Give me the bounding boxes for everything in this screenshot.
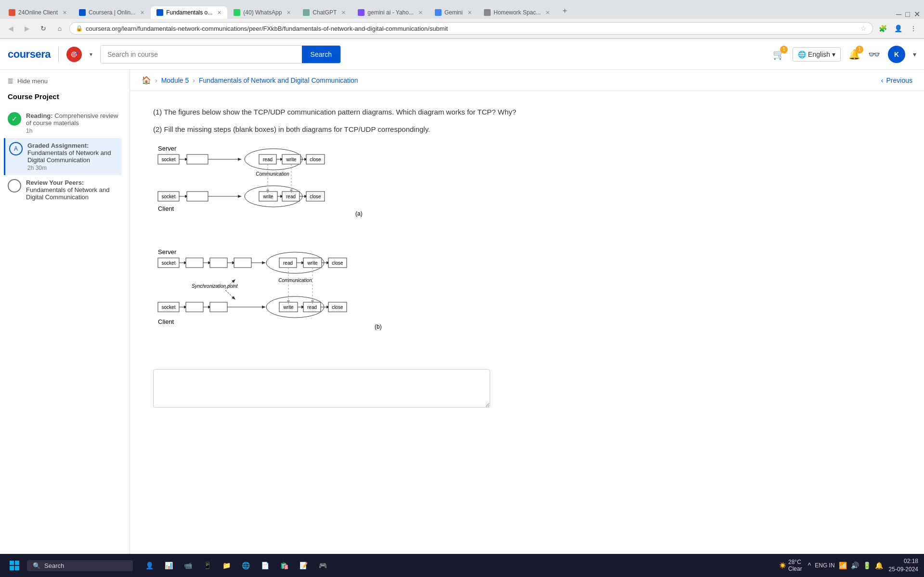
taskbar-folder-app[interactable]: 📁 <box>218 557 235 574</box>
sidebar-item-graded[interactable]: A Graded Assignment: Fundamentals of Net… <box>4 138 122 175</box>
graded-icon-letter: A <box>14 145 18 152</box>
user-avatar[interactable]: K <box>888 46 905 63</box>
tab-8[interactable]: Homework Spac... ✕ <box>478 6 556 19</box>
tab-4[interactable]: (40) WhatsApp ✕ <box>228 6 297 19</box>
tab-1-label: 24Online Client <box>18 9 58 16</box>
volume-icon[interactable]: 🔊 <box>851 562 859 569</box>
minimize-button[interactable]: ─ <box>896 10 901 19</box>
browser-chrome: 24Online Client ✕ Coursera | Onlin... ✕ … <box>0 0 924 39</box>
taskbar-browser-app[interactable]: 🌐 <box>237 557 254 574</box>
content-body: (1) The figures below show the TCP/UDP c… <box>130 91 563 424</box>
taskbar-search[interactable]: 🔍 Search <box>27 560 133 571</box>
back-button[interactable]: ◀ <box>4 22 17 35</box>
home-breadcrumb[interactable]: 🏠 <box>142 76 151 85</box>
tab-3-favicon <box>156 9 163 16</box>
tab-6-close[interactable]: ✕ <box>418 10 423 16</box>
tab-5[interactable]: ChatGPT ✕ <box>297 6 351 19</box>
windows-icon <box>10 561 19 570</box>
search-input[interactable] <box>101 46 302 63</box>
taskbar-game-app[interactable]: 🎮 <box>314 557 331 574</box>
notifications-icon[interactable]: 🔔 1 <box>848 49 860 60</box>
taskbar-video-app[interactable]: 📹 <box>179 557 196 574</box>
tab-3-close[interactable]: ✕ <box>217 10 221 16</box>
star-icon[interactable]: ☆ <box>860 25 867 32</box>
browser-controls: ◀ ▶ ↻ ⌂ 🔒 coursera.org/learn/fundamental… <box>0 19 924 38</box>
svg-rect-72 <box>10 566 14 570</box>
diagram-b-svg: Server Client socket <box>153 244 403 341</box>
sidebar-item-reading[interactable]: ✓ Reading: Comprehensive review of cours… <box>8 108 122 138</box>
maximize-button[interactable]: □ <box>905 10 910 19</box>
start-button[interactable] <box>6 557 23 574</box>
forward-button[interactable]: ▶ <box>20 22 34 35</box>
svg-rect-55 <box>186 302 203 312</box>
svg-rect-73 <box>15 566 19 570</box>
clock-time: 02:18 <box>889 557 918 565</box>
close-window-button[interactable]: ✕ <box>914 10 920 19</box>
taskbar-word-app[interactable]: 📝 <box>295 557 312 574</box>
profile-icon[interactable]: 👤 <box>891 22 905 35</box>
sidebar-item-review[interactable]: Review Your Peers: Fundamentals of Netwo… <box>8 175 122 205</box>
extensions-icon[interactable]: 🧩 <box>876 22 889 35</box>
taskbar-chart-app[interactable]: 📊 <box>160 557 177 574</box>
sidebar: ☰ Hide menu Course Project ✓ Reading: Co… <box>0 70 130 565</box>
more-options-icon[interactable]: ⋮ <box>907 22 920 35</box>
cart-icon[interactable]: 🛒 1 <box>773 49 785 60</box>
previous-button[interactable]: ‹ Previous <box>881 77 912 84</box>
search-button[interactable]: Search <box>302 46 340 63</box>
taskbar-person-app[interactable]: 👤 <box>141 557 158 574</box>
glasses-icon[interactable]: 👓 <box>868 49 880 60</box>
tab-7[interactable]: Gemini ✕ <box>429 6 478 19</box>
tab-7-close[interactable]: ✕ <box>468 10 472 16</box>
tray-arrow-icon[interactable]: ^ <box>808 562 811 569</box>
graded-icon: A <box>9 142 23 155</box>
hide-menu-button[interactable]: ☰ Hide menu <box>8 77 122 85</box>
address-bar[interactable]: 🔒 coursera.org/learn/fundamentals-networ… <box>69 22 873 35</box>
weather-desc: Clear <box>788 565 802 572</box>
svg-rect-18 <box>187 192 208 201</box>
tab-8-close[interactable]: ✕ <box>546 10 550 16</box>
new-tab-button[interactable]: ＋ <box>556 3 573 19</box>
module-breadcrumb[interactable]: Module 5 <box>161 77 189 84</box>
language-chevron-icon: ▾ <box>832 51 835 58</box>
svg-text:close: close <box>332 305 343 310</box>
notification-bell-icon[interactable]: 🔔 <box>875 562 883 569</box>
tab-2-close[interactable]: ✕ <box>140 10 144 16</box>
tab-7-favicon <box>435 9 442 16</box>
taskbar-clock[interactable]: 02:18 25-09-2024 <box>889 557 918 574</box>
svg-text:write: write <box>307 260 318 266</box>
wifi-icon[interactable]: 📶 <box>839 562 847 569</box>
user-chevron-icon[interactable]: ▾ <box>913 51 916 58</box>
tab-4-close[interactable]: ✕ <box>286 10 291 16</box>
reload-button[interactable]: ↻ <box>37 22 50 35</box>
tab-1-close[interactable]: ✕ <box>63 10 67 16</box>
chevron-left-icon: ‹ <box>881 77 884 84</box>
taskbar-store-app[interactable]: 🛍️ <box>275 557 293 574</box>
tab-6[interactable]: gemini ai - Yaho... ✕ <box>352 6 429 19</box>
svg-text:write: write <box>283 305 294 310</box>
header-chevron-icon[interactable]: ▾ <box>90 51 92 58</box>
tab-4-favicon <box>234 9 240 16</box>
svg-text:socket: socket <box>162 305 176 310</box>
answer-textarea[interactable] <box>153 369 490 408</box>
svg-text:write: write <box>262 194 273 199</box>
taskbar-doc-app[interactable]: 📄 <box>256 557 273 574</box>
tab-1[interactable]: 24Online Client ✕ <box>3 6 73 19</box>
taskbar-apps-icon[interactable]: 📱 <box>198 557 216 574</box>
diagram-b: Server Client socket <box>153 244 540 342</box>
sidebar-item-1-type: Reading: Comprehensive review of course … <box>26 112 122 127</box>
tab-3[interactable]: Fundamentals o... ✕ <box>151 6 227 19</box>
question-1: (1) The figures below show the TCP/UDP c… <box>153 106 540 118</box>
svg-text:read: read <box>286 194 296 199</box>
tab-2-favicon <box>79 9 86 16</box>
tab-2[interactable]: Coursera | Onlin... ✕ <box>73 6 150 19</box>
client-b-label: Client <box>158 318 174 325</box>
hamburger-icon: ☰ <box>8 77 13 85</box>
language-selector[interactable]: 🌐 English ▾ <box>793 47 841 62</box>
svg-line-50 <box>225 290 234 298</box>
header-right: 🛒 1 🌐 English ▾ 🔔 1 👓 K ▾ <box>773 46 916 63</box>
coursera-logo[interactable]: coursera <box>8 48 51 61</box>
tab-5-close[interactable]: ✕ <box>341 10 346 16</box>
home-button[interactable]: ⌂ <box>53 22 66 35</box>
sidebar-item-1-content: Reading: Comprehensive review of course … <box>26 112 122 134</box>
keyboard-icon: ENG IN <box>815 562 834 569</box>
